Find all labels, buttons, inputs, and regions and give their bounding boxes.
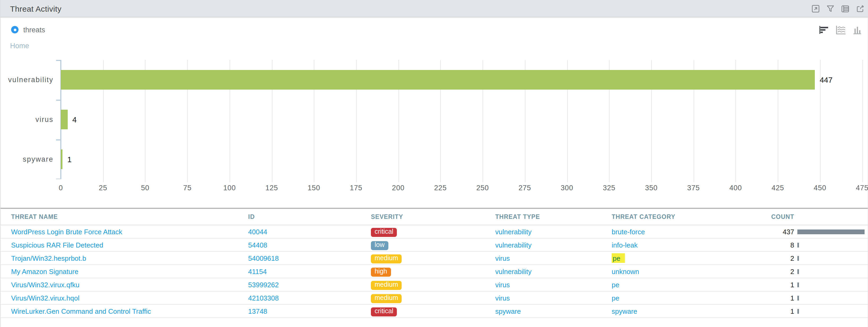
count-cell: 1: [733, 307, 867, 315]
threat-name-link[interactable]: WordPress Login Brute Force Attack: [11, 228, 122, 236]
filter-icon[interactable]: [826, 4, 835, 13]
chart-bar-row: vulnerability447: [61, 60, 862, 100]
chart-bar-row: spyware1: [61, 139, 862, 179]
column-chart-icon[interactable]: [852, 25, 862, 34]
threat-name-link[interactable]: Virus/Win32.virux.hqol: [11, 294, 80, 302]
threat-id-link[interactable]: 54009618: [248, 254, 279, 262]
chart-bar-value: 1: [67, 155, 71, 163]
chart-gridline: [862, 60, 863, 182]
count-bar: [797, 309, 799, 314]
threat-name-link[interactable]: My Amazon Signature: [11, 268, 78, 276]
y-axis-tick: [56, 60, 61, 61]
threat-type-link[interactable]: vulnerability: [495, 241, 531, 249]
table-row: Virus/Win32.virux.hqol42103308mediumviru…: [1, 292, 867, 305]
count-value: 2: [733, 254, 794, 262]
column-header-threat-type[interactable]: THREAT TYPE: [495, 214, 612, 220]
threat-name-cell: My Amazon Signature: [1, 267, 248, 276]
count-bar-track: [797, 229, 866, 234]
column-header-count-label: COUNT: [733, 214, 794, 220]
severity-cell: critical: [371, 306, 495, 317]
threat-id-cell: 42103308: [248, 293, 371, 303]
export-icon[interactable]: [855, 4, 864, 13]
severity-cell: medium: [371, 293, 495, 303]
threat-name-cell: Virus/Win32.virux.hqol: [1, 293, 248, 303]
table-row: My Amazon Signature41154highvulnerabilit…: [1, 265, 867, 278]
count-bar-track: [797, 309, 866, 314]
threat-category-cell: brute-force: [612, 227, 733, 236]
chart-bar-row: virus4: [61, 100, 862, 139]
threat-category-link[interactable]: info-leak: [612, 241, 638, 249]
threats-radio-group[interactable]: threats: [11, 26, 45, 34]
threat-type-link[interactable]: virus: [495, 254, 510, 262]
x-axis-tick-label: 325: [603, 184, 615, 192]
threat-category-link[interactable]: unknown: [612, 268, 639, 276]
column-header-threat-name[interactable]: THREAT NAME: [1, 214, 248, 220]
x-axis-tick-label: 75: [183, 184, 191, 192]
x-axis-tick-label: 425: [771, 184, 784, 192]
threat-name-link[interactable]: Virus/Win32.virux.qfku: [11, 281, 80, 289]
count-value: 437: [733, 228, 794, 236]
threat-id-cell: 53999262: [248, 280, 371, 289]
threats-radio-label: threats: [23, 26, 45, 34]
severity-cell: low: [371, 240, 495, 250]
threats-radio-button[interactable]: [11, 26, 19, 33]
threat-name-link[interactable]: Trojan/Win32.hesprbot.b: [11, 254, 86, 262]
count-cell: 437: [733, 228, 867, 236]
threat-category-cell: pe: [612, 280, 733, 289]
count-cell: 1: [733, 281, 867, 289]
threat-name-link[interactable]: WireLurker.Gen Command and Control Traff…: [11, 307, 151, 315]
threat-id-link[interactable]: 54408: [248, 241, 267, 249]
severity-badge: critical: [371, 228, 397, 237]
threat-name-cell: Suspicious RAR File Detected: [1, 240, 248, 250]
threat-category-link[interactable]: pe: [612, 294, 619, 302]
area-chart-icon[interactable]: [835, 25, 846, 34]
threat-id-link[interactable]: 42103308: [248, 294, 279, 302]
threat-category-cell: unknown: [612, 267, 733, 276]
threat-type-link[interactable]: spyware: [495, 307, 521, 315]
threat-type-link[interactable]: virus: [495, 294, 510, 302]
threat-category-link[interactable]: brute-force: [612, 228, 645, 236]
threat-type-cell: vulnerability: [495, 227, 612, 236]
column-header-count[interactable]: COUNT: [733, 214, 867, 220]
chart-category-label: vulnerability: [1, 76, 54, 84]
table-view-icon[interactable]: [840, 4, 849, 13]
column-header-severity[interactable]: SEVERITY: [371, 214, 495, 220]
threat-type-link[interactable]: vulnerability: [495, 228, 531, 236]
threat-type-link[interactable]: vulnerability: [495, 268, 531, 276]
widget-titlebar: Threat Activity: [1, 0, 867, 18]
threat-category-cell: pe: [612, 253, 733, 263]
threat-id-cell: 13748: [248, 306, 371, 316]
severity-cell: medium: [371, 253, 495, 264]
count-bar: [797, 243, 799, 247]
horizontal-bar-chart-icon[interactable]: [818, 25, 829, 34]
threat-type-cell: virus: [495, 253, 612, 263]
count-cell: 1: [733, 294, 867, 302]
threat-id-link[interactable]: 40044: [248, 228, 267, 236]
threat-id-link[interactable]: 53999262: [248, 281, 279, 289]
threat-id-link[interactable]: 41154: [248, 268, 267, 276]
x-axis-tick-label: 175: [350, 184, 362, 192]
chart-bar[interactable]: [61, 110, 68, 129]
severity-cell: medium: [371, 279, 495, 290]
count-value: 1: [733, 307, 794, 315]
count-bar: [797, 282, 799, 287]
chart-bar[interactable]: [61, 70, 815, 89]
search-highlighted-category[interactable]: pe: [612, 253, 625, 263]
threat-id-cell: 54408: [248, 240, 371, 250]
threat-type-link[interactable]: virus: [495, 281, 510, 289]
table-row: Virus/Win32.virux.qfku53999262mediumviru…: [1, 278, 867, 292]
threat-name-cell: Virus/Win32.virux.qfku: [1, 280, 248, 289]
threat-name-link[interactable]: Suspicious RAR File Detected: [11, 241, 103, 249]
column-header-threat-category[interactable]: THREAT CATEGORY: [612, 214, 733, 220]
chart-bar[interactable]: [61, 149, 62, 169]
threat-id-link[interactable]: 13748: [248, 307, 267, 315]
maximize-icon[interactable]: [811, 4, 820, 13]
threat-category-link[interactable]: pe: [612, 281, 619, 289]
x-axis-tick-label: 125: [265, 184, 278, 192]
breadcrumb-home-link[interactable]: Home: [10, 42, 29, 50]
count-bar-track: [797, 269, 866, 274]
count-bar: [797, 256, 799, 261]
threat-category-link[interactable]: spyware: [612, 307, 637, 315]
x-axis-tick-label: 350: [645, 184, 657, 192]
column-header-id[interactable]: ID: [248, 214, 371, 220]
